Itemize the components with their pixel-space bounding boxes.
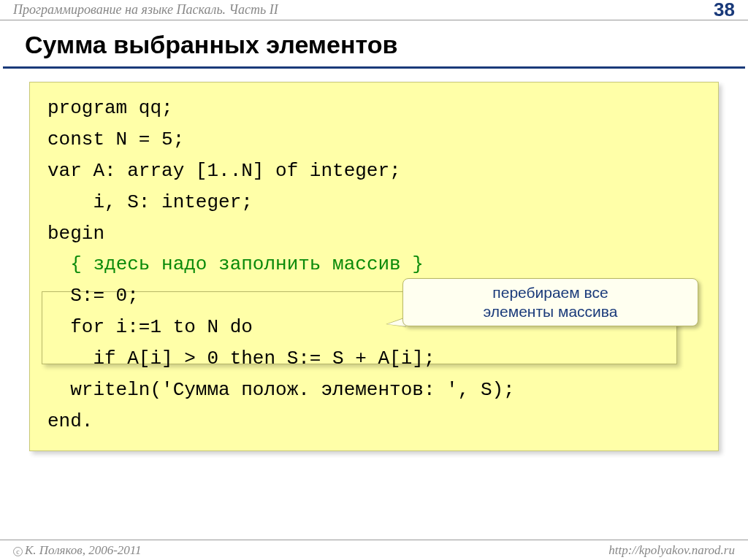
code-comment: { здесь надо заполнить массив } (70, 253, 424, 275)
code-line: if A[i] > 0 then S:= S + A[i]; (47, 343, 701, 375)
footer-url: http://kpolyakov.narod.ru (608, 543, 735, 558)
callout-box: перебираем все элементы массива (402, 278, 698, 326)
code-line: var A: array [1..N] of integer; (47, 156, 701, 187)
callout-text: перебираем все элементы массива (484, 283, 618, 322)
code-line: { здесь надо заполнить массив } (47, 249, 701, 280)
slide-header: Программирование на языке Паскаль. Часть… (0, 0, 748, 20)
slide-footer: cК. Поляков, 2006-2011 http://kpolyakov.… (0, 540, 748, 560)
code-line: program qq; (47, 93, 701, 124)
code-line: end. (47, 406, 701, 437)
code-line: const N = 5; (47, 124, 701, 156)
code-block: program qq; const N = 5; var A: array [1… (29, 82, 719, 451)
code-line: begin (47, 218, 701, 250)
slide-title: Сумма выбранных элементов (3, 20, 745, 69)
code-line: i, S: integer; (47, 187, 701, 218)
footer-copyright: cК. Поляков, 2006-2011 (13, 543, 608, 558)
code-line: writeln('Сумма полож. элементов: ', S); (47, 375, 701, 406)
page-number: 38 (714, 0, 735, 21)
header-title: Программирование на языке Паскаль. Часть… (13, 2, 714, 18)
copyright-icon: c (13, 547, 23, 556)
